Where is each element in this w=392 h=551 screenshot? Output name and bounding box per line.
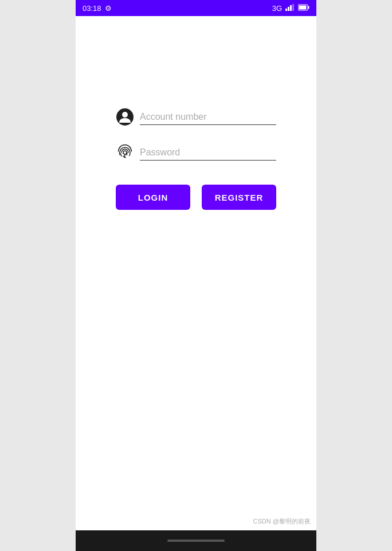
gear-icon: ⚙ [105,4,112,13]
svg-point-8 [122,112,128,118]
svg-point-9 [123,151,127,154]
bottom-navigation-bar [76,530,316,551]
network-indicator: 3G [272,4,282,13]
register-button[interactable]: REGISTER [202,185,276,210]
svg-rect-6 [299,5,307,9]
status-right: 3G [272,4,309,13]
password-input[interactable] [140,145,276,161]
buttons-row: LOGIN REGISTER [116,185,276,210]
signal-icon [285,4,295,13]
login-button[interactable]: LOGIN [116,185,190,210]
home-indicator [167,540,225,542]
main-content: LOGIN REGISTER [76,16,316,530]
watermark: CSDN @黎明的前夜 [253,517,311,526]
password-input-row [116,143,276,162]
time-display: 03:18 [83,4,101,13]
status-bar: 03:18 ⚙ 3G [76,0,316,16]
user-icon [116,108,134,126]
svg-rect-3 [292,4,294,11]
form-container: LOGIN REGISTER [116,108,276,210]
status-left: 03:18 ⚙ [83,4,112,13]
account-input-row [116,108,276,126]
svg-rect-5 [308,6,309,9]
phone-frame: LOGIN REGISTER CSDN @黎明的前夜 [76,16,316,530]
battery-icon [298,4,309,13]
svg-rect-0 [285,9,287,11]
account-number-input[interactable] [140,110,276,125]
svg-rect-1 [288,7,289,11]
fingerprint-icon [116,143,134,162]
svg-rect-2 [290,5,292,11]
